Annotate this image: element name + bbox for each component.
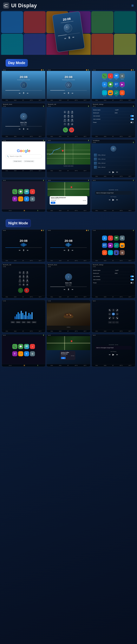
nav-arrow-right[interactable]: → (116, 313, 118, 316)
dial-7[interactable]: 7PQRS (18, 279, 21, 282)
dial-star[interactable]: * (64, 123, 66, 126)
nav-arrow-upright[interactable]: ↗ (116, 309, 118, 312)
app-more-5[interactable]: 📱 (114, 250, 119, 255)
auto-answer-toggle[interactable] (130, 115, 134, 117)
social-music-item[interactable]: 华慕云_对偶.mp3 (94, 157, 133, 161)
carplay-more[interactable]: ⚙ (30, 196, 35, 202)
app-more-6[interactable]: ⊞ (120, 250, 125, 255)
dial-4[interactable]: 4GHI (64, 115, 66, 118)
next-icon[interactable]: ⏭ (116, 199, 118, 201)
play-pause-icon[interactable]: ⏸ (67, 92, 70, 94)
app-extra[interactable]: ▶ (108, 243, 113, 248)
google-search-bar[interactable]: 🔍 Search or type URL (5, 154, 42, 158)
app-music[interactable]: ♪ (108, 236, 113, 240)
eq-band[interactable]: 1kHz (22, 321, 26, 323)
app-telegram[interactable]: ✈ (102, 236, 107, 240)
dial-7[interactable]: 7PQRS (64, 119, 66, 122)
carplay-maps[interactable]: 🗺 (24, 189, 29, 194)
night-go-button[interactable]: GO (61, 357, 66, 359)
nav-arrow-up[interactable]: ↑ (112, 309, 115, 312)
social-music-item[interactable]: 华慕云_对偶.mp3 (94, 153, 133, 157)
carplay-app2[interactable]: 📻 (18, 196, 23, 202)
app-more-1[interactable]: 🔊 (114, 243, 119, 248)
carplay-messages[interactable]: 💬 (18, 344, 23, 349)
auto-answer-toggle[interactable] (130, 276, 134, 277)
next-icon[interactable]: ⏭ (72, 92, 74, 94)
nav-arrow-downleft[interactable]: ↙ (108, 316, 111, 320)
app-telegram[interactable]: ✈ Telegram (102, 82, 107, 88)
next-icon[interactable]: ⏭ (27, 249, 28, 251)
eq-band[interactable]: 60Hz (10, 321, 15, 323)
nav-arrow-upleft[interactable]: ↖ (108, 309, 111, 312)
prev-icon[interactable]: ⏮ (64, 288, 65, 290)
app-more-2[interactable]: 📷 (120, 243, 125, 248)
app-settings[interactable]: ⚙ (120, 236, 125, 240)
carplay-more[interactable]: ⚙ (30, 351, 35, 356)
call-button[interactable]: 📞 (63, 128, 68, 132)
carplay-messages[interactable]: 💬 (18, 189, 23, 194)
play-pause-icon[interactable]: ⏸ (22, 128, 25, 130)
prev-button[interactable]: ⏮ (64, 37, 66, 40)
dial-9[interactable]: 9WXYZ (71, 119, 74, 122)
nav-dots-icon[interactable]: ≡ (132, 3, 134, 8)
go-button[interactable]: GO (51, 202, 55, 204)
app-music[interactable]: ♪ Music (108, 74, 113, 80)
play-pause-icon[interactable]: ⏸ (22, 92, 25, 94)
app-wechat[interactable]: 💬 VoiceChat (108, 82, 113, 88)
dial-3[interactable]: 3DEF (71, 111, 74, 114)
dial-8[interactable]: 8TUV (22, 279, 25, 282)
social-music-item[interactable]: 华慕云_对偶.mp3 (94, 161, 133, 165)
play-pause-icon[interactable]: ⏸ (67, 249, 70, 252)
app-settings[interactable]: ⚙ Settings (120, 74, 125, 80)
carplay-podcast[interactable]: 🎙 (12, 351, 17, 356)
google-search-button[interactable]: Google Search (13, 160, 22, 162)
play-pause-icon[interactable]: ⏸ (67, 288, 70, 291)
app-bt[interactable]: BT (102, 243, 107, 248)
carplay-app2[interactable]: 📻 (18, 351, 23, 356)
app-navi[interactable]: 🗺 (114, 236, 119, 240)
app-more-2[interactable]: 📷 Camera (108, 90, 113, 96)
next-button[interactable]: ⏭ (72, 36, 75, 38)
next-icon[interactable]: ⏭ (72, 288, 74, 290)
app-more-1[interactable]: 🌐 Browser (102, 90, 107, 96)
app-bt[interactable]: BT BT (114, 82, 119, 88)
end-call-button[interactable]: 📵 (24, 288, 29, 293)
eq-band[interactable]: 250Hz (16, 321, 21, 323)
eq-band[interactable]: 16kHz (32, 321, 36, 323)
prev-icon[interactable]: ⏮ (109, 171, 110, 173)
prev-icon[interactable]: ⏮ (109, 354, 110, 356)
play-pause-icon[interactable]: ▶ (112, 353, 114, 356)
next-icon[interactable]: ⏭ (72, 249, 74, 251)
dial-2[interactable]: 2ABC (67, 111, 70, 114)
nav-menu-button[interactable]: ≡ (115, 321, 119, 324)
dial-4[interactable]: 4GHI (18, 275, 21, 278)
carplay-app3[interactable]: ✈ (24, 351, 29, 356)
dial-1[interactable]: 1 (18, 271, 21, 274)
carplay-maps[interactable]: 🗺 (24, 344, 29, 349)
nav-arrow-downright[interactable]: ↘ (116, 316, 118, 320)
call-button[interactable]: 📞 (18, 288, 23, 293)
dial-2[interactable]: 2ABC (22, 271, 25, 274)
play-pause-icon[interactable]: ▶ (112, 198, 114, 201)
carplay-app3[interactable]: ✈ (24, 196, 29, 202)
app-phone[interactable]: 📞 Phone (102, 74, 107, 80)
carplay-music[interactable]: ♪ (30, 189, 35, 194)
next-icon[interactable]: ⏭ (116, 171, 118, 173)
auto-connect-toggle[interactable] (130, 279, 134, 280)
dial-5[interactable]: 5JKL (67, 115, 70, 118)
menu-icon[interactable] (3, 2, 9, 9)
next-icon[interactable]: ⏭ (27, 92, 28, 94)
dial-hash[interactable]: # (26, 283, 29, 286)
prev-icon[interactable]: ⏮ (64, 249, 65, 251)
power-toggle[interactable] (130, 122, 134, 123)
nav-arrow-down[interactable]: ↓ (112, 316, 115, 319)
prev-icon[interactable]: ⏮ (19, 128, 20, 130)
nav-arrow-left[interactable]: ← (108, 313, 111, 316)
dial-6[interactable]: 6MNO (26, 275, 29, 278)
app-more-4[interactable]: 🌐 (108, 250, 113, 255)
social-music-item[interactable]: 华慕云_对偶.mp3 (94, 165, 133, 170)
prev-icon[interactable]: ⏮ (64, 92, 65, 94)
next-icon[interactable]: ⏭ (116, 354, 118, 356)
app-more-3[interactable]: ⬡ (102, 250, 107, 255)
dial-3[interactable]: 3DEF (26, 271, 29, 274)
